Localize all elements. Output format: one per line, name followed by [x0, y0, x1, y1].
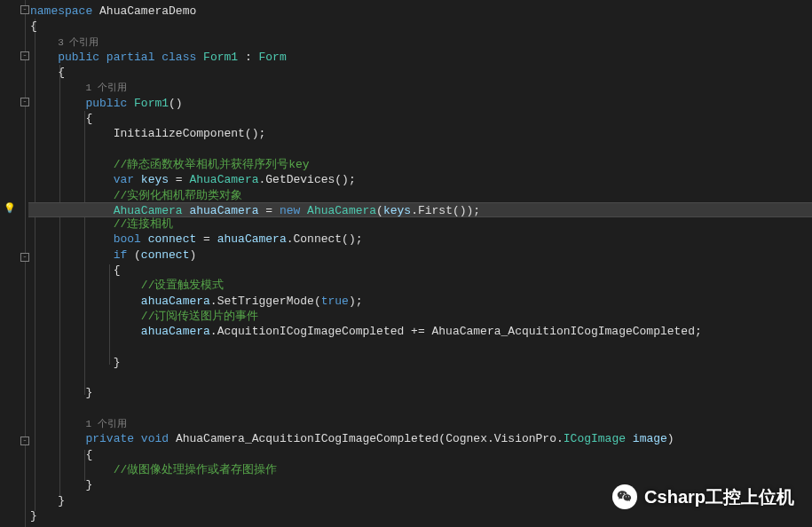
keyword: class [162, 51, 196, 64]
code-line[interactable]: { [28, 111, 812, 126]
code-line[interactable] [28, 142, 812, 157]
code-line[interactable]: } [28, 355, 812, 370]
watermark-text: Csharp工控上位机 [644, 485, 794, 509]
gutter: - - - - - 💡 [0, 0, 28, 527]
keyword: var [114, 173, 134, 186]
code-editor[interactable]: - - - - - 💡 namespace AhuaCameraDemo { 3… [0, 0, 812, 527]
method-call: GetDevices [265, 173, 335, 186]
type: Form1 [203, 51, 238, 64]
type: AhuaCamera [189, 173, 258, 186]
code-line[interactable]: { [28, 65, 812, 80]
comment: //实例化相机帮助类对象 [114, 189, 243, 202]
code-line[interactable]: //实例化相机帮助类对象 [28, 188, 812, 203]
code-line[interactable]: { [28, 263, 812, 278]
variable: ahuaCamera [217, 232, 287, 246]
codelens[interactable]: 1 个引用 [85, 419, 126, 429]
method-call: First [418, 204, 453, 217]
comment: //订阅传送图片的事件 [141, 310, 259, 323]
code-line[interactable]: //做图像处理操作或者存图操作 [28, 462, 812, 477]
keyword: true [321, 295, 349, 308]
code-area[interactable]: namespace AhuaCameraDemo { 3 个引用 public … [28, 0, 812, 527]
code-line[interactable]: } [28, 385, 812, 400]
code-line[interactable]: 1 个引用 [28, 416, 812, 431]
code-line[interactable]: 1 个引用 [28, 80, 812, 95]
method-call: InitializeComponent [114, 127, 245, 140]
keyword: namespace [30, 4, 92, 18]
variable: connect [148, 232, 197, 246]
keyword: bool [114, 232, 141, 246]
handler: AhuaCamera_AcquitionICogImageCompleted [432, 325, 695, 338]
keyword: public [85, 97, 127, 110]
method-call: Connect [294, 232, 343, 246]
keyword: new [280, 204, 300, 217]
code-line[interactable]: { [28, 19, 812, 34]
keyword: private [85, 432, 134, 445]
code-line[interactable] [28, 340, 812, 355]
code-line[interactable]: { [28, 447, 812, 462]
codelens[interactable]: 3 个引用 [58, 37, 99, 48]
param: image [633, 432, 667, 445]
comment: //连接相机 [114, 217, 174, 231]
lightbulb-icon[interactable]: 💡 [4, 202, 14, 213]
variable: keys [383, 204, 411, 217]
type: AhuaCamera [307, 204, 376, 217]
code-line[interactable]: ahuaCamera.AcquitionICogImageCompleted +… [28, 324, 812, 339]
code-line[interactable] [28, 370, 812, 385]
code-line[interactable]: //设置触发模式 [28, 278, 812, 293]
wechat-icon [612, 484, 637, 509]
code-line[interactable]: bool connect = ahuaCamera.Connect(); [28, 232, 812, 247]
keyword: public [58, 51, 99, 64]
codelens[interactable]: 1 个引用 [85, 83, 126, 93]
namespace-name: AhuaCameraDemo [99, 4, 196, 18]
event: AcquitionICogImageCompleted [217, 325, 405, 338]
variable: keys [141, 173, 169, 186]
comment: //设置触发模式 [141, 279, 225, 292]
variable: ahuaCamera [189, 204, 258, 217]
type: ICogImage [564, 432, 626, 445]
keyword: partial [106, 51, 155, 64]
code-line[interactable]: //连接相机 [28, 216, 812, 232]
method: AhuaCamera_AcquitionICogImageCompleted [176, 432, 438, 445]
comment: //做图像处理操作或者存图操作 [114, 463, 278, 476]
code-line[interactable]: 3 个引用 [28, 35, 812, 50]
code-line[interactable]: var keys = AhuaCamera.GetDevices(); [28, 172, 812, 187]
ctor: Form1 [134, 97, 169, 110]
code-line[interactable]: public Form1() [28, 96, 812, 111]
comment: //静态函数枚举相机并获得序列号key [114, 158, 310, 171]
method-call: SetTriggerMode [217, 295, 314, 308]
code-line[interactable]: private void AhuaCamera_AcquitionICogIma… [28, 431, 812, 446]
type: Form [259, 51, 287, 64]
watermark: Csharp工控上位机 [612, 484, 794, 509]
code-line[interactable]: if (connect) [28, 248, 812, 263]
code-line[interactable]: ahuaCamera.SetTriggerMode(true); [28, 294, 812, 309]
variable: connect [141, 248, 190, 262]
code-line[interactable] [28, 401, 812, 416]
code-line[interactable]: } [28, 508, 812, 523]
code-line[interactable]: InitializeComponent(); [28, 126, 812, 141]
variable: ahuaCamera [141, 325, 210, 338]
code-line[interactable]: //订阅传送图片的事件 [28, 309, 812, 324]
keyword: if [114, 248, 128, 262]
code-line[interactable]: public partial class Form1 : Form [28, 50, 812, 65]
code-line-active[interactable]: AhuaCamera ahuaCamera = new AhuaCamera(k… [28, 202, 812, 217]
type: AhuaCamera [114, 204, 183, 217]
variable: ahuaCamera [141, 295, 210, 308]
code-line[interactable]: //静态函数枚举相机并获得序列号key [28, 157, 812, 172]
code-line[interactable]: namespace AhuaCameraDemo [28, 4, 812, 19]
keyword: void [141, 432, 169, 445]
